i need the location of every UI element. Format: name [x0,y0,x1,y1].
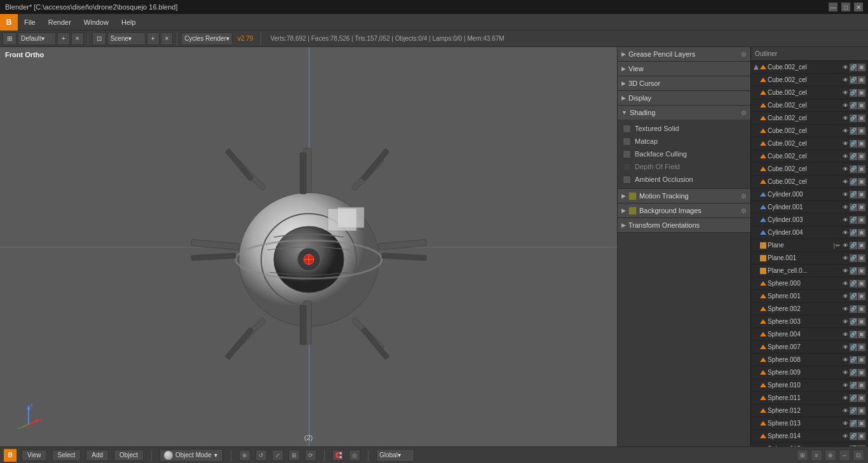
extra-icon[interactable]: ▣ [858,293,865,300]
extra-icon[interactable]: ▣ [858,331,865,338]
viewport-3d[interactable]: Front Ortho [0,47,617,446]
visibility-icon[interactable]: 👁 [841,127,849,135]
link-icon[interactable]: 🔗 [850,114,857,122]
extra-icon[interactable]: ▣ [858,64,865,71]
layout-x-btn[interactable]: × [71,32,84,45]
extra-icon[interactable]: ▣ [858,254,865,262]
motion-tracking-header[interactable]: ▶ Motion Tracking ⚙ [618,189,750,203]
extra-icon[interactable]: ▣ [858,165,865,173]
menu-file[interactable]: File [18,14,42,31]
list-item[interactable]: Plane_cell.0... 👁 🔗 ▣ [751,265,868,277]
visibility-icon[interactable]: 👁 [841,204,849,211]
link-icon[interactable]: 🔗 [850,165,857,173]
visibility-icon[interactable]: 👁 [841,153,849,160]
list-item[interactable]: Plane.001 👁 🔗 ▣ [751,252,868,265]
link-icon[interactable]: 🔗 [850,140,857,148]
extra-icon[interactable]: ▣ [858,216,865,224]
extra-icon[interactable]: ▣ [858,204,865,211]
extra-icon[interactable]: ▣ [858,407,865,415]
maximize-button[interactable]: □ [841,3,850,11]
layout-dropdown[interactable]: Default ▾ [18,32,56,45]
scene-plus-btn[interactable]: + [147,32,159,45]
extra-icon[interactable]: ▣ [858,280,865,287]
visibility-icon[interactable]: 👁 [841,343,849,351]
list-item[interactable]: Cube.002_cel 👁 🔗 ▣ [751,61,868,74]
extra-icon[interactable]: ▣ [858,420,865,427]
extra-icon[interactable]: ▣ [858,127,865,135]
list-item[interactable]: Sphere.003 👁 🔗 ▣ [751,315,868,328]
status-right-btn-2[interactable]: ≡ [811,450,822,461]
visibility-icon[interactable]: 👁 [841,229,849,237]
link-icon[interactable]: 🔗 [850,153,857,160]
visibility-icon[interactable]: 👁 [841,293,849,300]
list-item[interactable]: Sphere.009 👁 🔗 ▣ [751,366,868,379]
list-item[interactable]: Cylinder.001 👁 🔗 ▣ [751,201,868,214]
visibility-icon[interactable]: 👁 [841,318,849,326]
object-button[interactable]: Object [114,450,144,461]
motion-tracking-checkbox[interactable] [628,192,637,200]
link-icon[interactable]: 🔗 [850,369,857,377]
list-item[interactable]: Sphere.012 👁 🔗 ▣ [751,404,868,417]
3dcursor-header[interactable]: ▶ 3D Cursor [618,76,750,90]
status-right-btn-3[interactable]: ⊕ [825,450,836,461]
add-button[interactable]: Add [86,450,109,461]
layout-plus-btn[interactable]: + [57,32,70,45]
visibility-icon[interactable]: 👁 [841,267,849,275]
list-item[interactable]: Cube.002_cel 👁 🔗 ▣ [751,176,868,188]
link-icon[interactable]: 🔗 [850,89,857,97]
visibility-icon[interactable]: 👁 [841,420,849,427]
visibility-icon[interactable]: 👁 [841,140,849,148]
list-item[interactable]: Sphere.002 👁 🔗 ▣ [751,303,868,315]
scene-x-btn[interactable]: × [161,32,173,45]
global-dropdown[interactable]: Global ▾ [376,449,414,462]
list-item[interactable]: Sphere.011 👁 🔗 ▣ [751,392,868,404]
select-button[interactable]: Select [52,450,81,461]
link-icon[interactable]: 🔗 [850,216,857,224]
visibility-icon[interactable]: 👁 [841,165,849,173]
visibility-icon[interactable]: 👁 [841,64,849,71]
extra-icon[interactable]: ▣ [858,356,865,364]
extra-icon[interactable]: ▣ [858,76,865,84]
motion-tracking-gear[interactable]: ⚙ [741,193,747,200]
visibility-icon[interactable]: 👁 [841,216,849,224]
textured-solid-checkbox[interactable] [623,125,631,133]
list-item[interactable]: Sphere.013 👁 🔗 ▣ [751,417,868,430]
visibility-icon[interactable]: 👁 [841,102,849,109]
extra-icon[interactable]: ▣ [858,432,865,440]
link-icon[interactable]: 🔗 [850,254,857,262]
status-right-btn-1[interactable]: ⊞ [797,450,808,461]
list-item[interactable]: Sphere.015 👁 🔗 ▣ [751,443,868,446]
background-images-gear[interactable]: ⚙ [741,207,747,214]
list-item[interactable]: Sphere.000 👁 🔗 ▣ [751,277,868,290]
transform-orientations-header[interactable]: ▶ Transform Orientations [618,218,750,232]
shading-gear[interactable]: ⚙ [741,109,747,116]
background-images-checkbox[interactable] [628,207,637,215]
link-icon[interactable]: 🔗 [850,102,857,109]
link-icon[interactable]: 🔗 [850,305,857,313]
visibility-icon[interactable]: 👁 [841,114,849,122]
list-item[interactable]: Cube.002_cel 👁 🔗 ▣ [751,74,868,86]
link-icon[interactable]: 🔗 [850,420,857,427]
extra-icon[interactable]: ▣ [858,229,865,237]
visibility-icon[interactable]: 👁 [841,331,849,338]
extra-icon[interactable]: ▣ [858,369,865,377]
list-item[interactable]: Sphere.007 👁 🔗 ▣ [751,341,868,354]
menu-render[interactable]: Render [42,14,78,31]
list-item[interactable]: Sphere.010 👁 🔗 ▣ [751,379,868,392]
extra-icon[interactable]: ▣ [858,305,865,313]
link-icon[interactable]: 🔗 [850,407,857,415]
extra-icon[interactable]: ▣ [858,394,865,402]
transform-btn-3[interactable]: ⤢ [272,450,283,461]
list-item[interactable]: Sphere.004 👁 🔗 ▣ [751,328,868,341]
visibility-icon[interactable]: 👁 [841,280,849,287]
list-item[interactable]: Cube.002_cel 👁 🔗 ▣ [751,125,868,137]
transform-btn-2[interactable]: ↺ [255,450,267,461]
status-right-btn-4[interactable]: ↔ [839,450,850,461]
link-icon[interactable]: 🔗 [850,178,857,186]
visibility-icon[interactable]: 👁 [841,445,849,447]
link-icon[interactable]: 🔗 [850,331,857,338]
link-icon[interactable]: 🔗 [850,382,857,389]
link-icon[interactable]: 🔗 [850,356,857,364]
extra-icon[interactable]: ▣ [858,102,865,109]
extra-icon[interactable]: ▣ [858,267,865,275]
